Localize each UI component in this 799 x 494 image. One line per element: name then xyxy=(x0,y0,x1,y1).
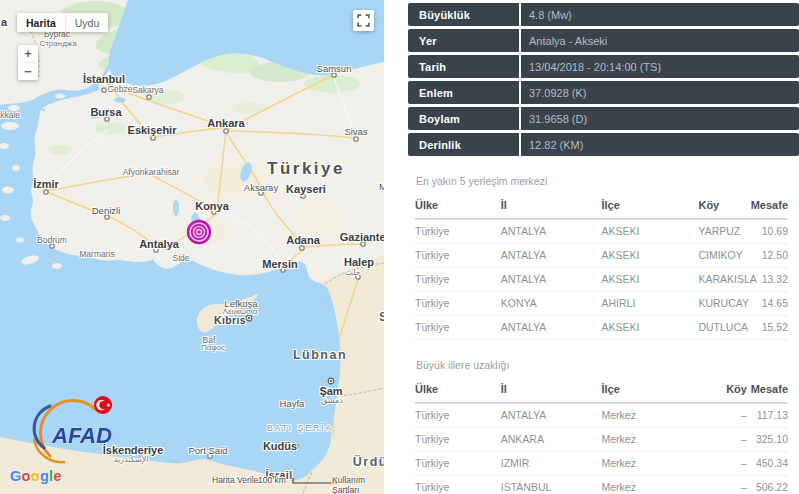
distance-tables: En yakın 5 yerleşim merkezi ÜlkeİlİlçeKö… xyxy=(408,175,799,494)
table-cell: – xyxy=(698,452,746,476)
detail-row-label: Büyüklük xyxy=(408,3,521,26)
details-panel: Büyüklük4.8 (Mw)YerAntalya - AksekiTarih… xyxy=(408,0,799,494)
column-header: Mesafe xyxy=(747,195,788,219)
map[interactable]: TürkiyeİstanbulGebzeSakaryaBursaÇanakkal… xyxy=(0,0,384,494)
city-marker xyxy=(50,244,54,248)
detail-row: Boylam31.9658 (D) xyxy=(408,107,799,130)
table-cell: 12.50 xyxy=(747,244,788,268)
table-header-row: ÜlkeİlİlçeKöyMesafe xyxy=(415,379,788,403)
table-row: TürkiyeANTALYAMerkez–117.13 xyxy=(415,403,788,428)
table-cell: ANTALYA xyxy=(501,403,602,428)
earthquake-marker[interactable] xyxy=(188,221,210,243)
table-row: TürkiyeIZMIRMerkez–450.34 xyxy=(415,452,788,476)
section-title: Büyük illere uzaklığı xyxy=(416,359,788,371)
zoom-in-button[interactable]: + xyxy=(18,45,38,62)
table-cell: ANTALYA xyxy=(501,316,602,340)
table-cell: Türkiye xyxy=(415,244,501,268)
city-marker xyxy=(81,252,85,256)
column-header: İl xyxy=(501,379,602,403)
table-row: TürkiyeANKARAMerkez–325.10 xyxy=(415,428,788,452)
distance-table: ÜlkeİlİlçeKöyMesafeTürkiyeANTALYAAKSEKIY… xyxy=(415,195,788,340)
fullscreen-icon xyxy=(357,14,370,27)
satellite-type-button[interactable]: Uydu xyxy=(65,13,109,32)
city-marker xyxy=(332,73,336,77)
detail-row: Enlem37.0928 (K) xyxy=(408,81,799,104)
capital-marker-dot xyxy=(330,380,332,382)
map-type-button[interactable]: Harita xyxy=(17,13,65,32)
table-cell: ANTALYA xyxy=(501,219,602,244)
table-cell: ISTANBUL xyxy=(501,476,602,494)
table-cell: KONYA xyxy=(501,292,602,316)
table-cell: 14.65 xyxy=(747,292,788,316)
google-logo[interactable]: Google xyxy=(10,468,62,484)
table-cell: Merkez xyxy=(601,403,698,428)
table-cell: YARPUZ xyxy=(698,219,746,244)
table-cell: Merkez xyxy=(601,452,698,476)
earthquake-center-dot xyxy=(197,230,200,233)
table-cell: AHIRLI xyxy=(601,292,698,316)
distance-table: ÜlkeİlİlçeKöyMesafeTürkiyeANTALYAMerkez–… xyxy=(415,379,788,494)
table-cell: 450.34 xyxy=(747,452,788,476)
table-cell: 15.52 xyxy=(747,316,788,340)
zoom-out-button[interactable]: − xyxy=(18,63,38,80)
table-cell: Türkiye xyxy=(415,403,501,428)
earthquake-detail-table: Büyüklük4.8 (Mw)YerAntalya - AksekiTarih… xyxy=(408,0,799,156)
table-cell: ANKARA xyxy=(501,428,602,452)
table-cell: ANTALYA xyxy=(501,268,602,292)
table-cell: KURUCAY xyxy=(698,292,746,316)
detail-row-label: Tarih xyxy=(408,55,521,78)
table-cell: Türkiye xyxy=(415,219,501,244)
svg-text:AFAD: AFAD xyxy=(51,423,112,448)
table-cell: AKSEKI xyxy=(601,219,698,244)
table-row: TürkiyeANTALYAAKSEKIKARAKISLA13.32 xyxy=(415,268,788,292)
detail-row-value: 13/04/2018 - 20:14:00 (TS) xyxy=(521,55,661,78)
terms-link[interactable]: Kullanım Şartları xyxy=(332,475,384,494)
table-cell: – xyxy=(698,428,746,452)
table-cell: AKSEKI xyxy=(601,268,698,292)
table-cell: Türkiye xyxy=(415,316,501,340)
detail-row-value: 37.0928 (K) xyxy=(521,81,586,104)
section-title: En yakın 5 yerleşim merkezi xyxy=(416,175,788,187)
city-marker xyxy=(154,248,158,252)
major-cities-section: Büyük illere uzaklığı ÜlkeİlİlçeKöyMesaf… xyxy=(415,359,788,494)
city-marker xyxy=(44,190,48,194)
city-marker xyxy=(151,136,155,140)
column-header: İl xyxy=(501,195,602,219)
city-marker xyxy=(259,191,263,195)
column-header: Mesafe xyxy=(747,379,788,403)
table-cell: 10.69 xyxy=(747,219,788,244)
city-marker xyxy=(301,194,305,198)
detail-row-label: Yer xyxy=(408,29,521,52)
nearest-settlements-section: En yakın 5 yerleşim merkezi ÜlkeİlİlçeKö… xyxy=(415,175,788,340)
column-header: Köy xyxy=(698,195,746,219)
google-logo-letter: o xyxy=(31,468,40,484)
table-cell: Merkez xyxy=(601,428,698,452)
city-marker xyxy=(300,246,304,250)
city-marker xyxy=(105,215,109,219)
detail-row-label: Derinlik xyxy=(408,133,521,156)
capital-marker-dot xyxy=(248,317,250,319)
city-marker xyxy=(105,117,109,121)
detail-row-label: Boylam xyxy=(408,107,521,130)
zoom-control: + − xyxy=(18,45,38,80)
detail-row: Büyüklük4.8 (Mw) xyxy=(408,3,799,26)
city-marker xyxy=(147,95,151,99)
afad-logo: AFAD xyxy=(20,390,120,468)
table-cell: Türkiye xyxy=(415,428,501,452)
fullscreen-button[interactable] xyxy=(353,10,374,31)
city-marker xyxy=(294,444,298,448)
detail-row-value: Antalya - Akseki xyxy=(521,29,607,52)
detail-row-label: Enlem xyxy=(408,81,521,104)
table-cell: 506.22 xyxy=(747,476,788,494)
table-cell: Merkez xyxy=(601,476,698,494)
detail-row-value: 12.82 (KM) xyxy=(521,133,583,156)
table-cell: ANTALYA xyxy=(501,244,602,268)
table-cell: AKSEKI xyxy=(601,316,698,340)
google-logo-letter: G xyxy=(10,468,22,484)
table-cell: DUTLUCA xyxy=(698,316,746,340)
table-cell: Türkiye xyxy=(415,452,501,476)
city-marker xyxy=(224,129,228,133)
city-marker xyxy=(281,268,285,272)
column-header: Ülke xyxy=(415,379,501,403)
detail-row-value: 31.9658 (D) xyxy=(521,107,587,130)
